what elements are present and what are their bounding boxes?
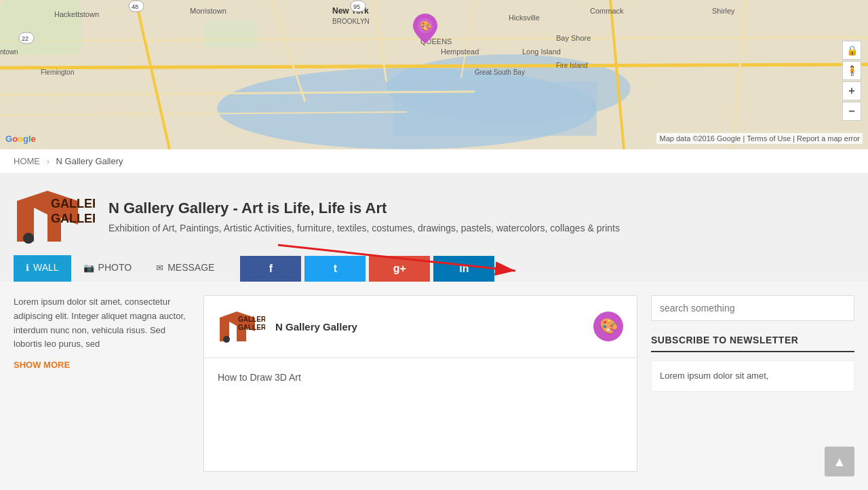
tab-message[interactable]: ✉ MESSAGE bbox=[144, 255, 226, 282]
map-controls: 🔒 🧍 + − bbox=[842, 41, 861, 121]
center-card-header: GALLERY GALLERY N Gallery Gallery 🎨 bbox=[204, 296, 637, 358]
subscribe-title: SUBSCRIBE TO NEWSLETTER bbox=[651, 335, 854, 352]
breadcrumb-current: N Gallery Gallery bbox=[56, 156, 123, 166]
report-link[interactable]: Report a map error bbox=[797, 134, 860, 143]
svg-text:Hempstead: Hempstead bbox=[441, 48, 479, 56]
svg-text:🎨: 🎨 bbox=[420, 20, 432, 32]
svg-text:Morristown: Morristown bbox=[190, 7, 226, 15]
tab-wall-label: WALL bbox=[33, 262, 59, 273]
map-lock-button[interactable]: 🔒 bbox=[842, 41, 861, 60]
breadcrumb-separator: › bbox=[47, 156, 50, 166]
subscribe-text: Lorem ipsum dolor sit amet, bbox=[651, 360, 854, 392]
svg-text:Bay Shore: Bay Shore bbox=[556, 34, 591, 42]
terms-link[interactable]: Terms of Use bbox=[747, 134, 791, 143]
main-content: Lorem ipsum dolor sit amet, consectetur … bbox=[0, 282, 868, 485]
description-text: Lorem ipsum dolor sit amet, consectetur … bbox=[14, 295, 190, 352]
center-post: How to Draw 3D Art bbox=[204, 358, 637, 396]
red-arrow-annotation bbox=[264, 238, 536, 279]
svg-text:GALLERY: GALLERY bbox=[238, 324, 265, 331]
center-card-logo: GALLERY GALLERY bbox=[218, 309, 265, 343]
map-zoom-out-button[interactable]: − bbox=[842, 102, 861, 121]
map-pin: 🎨 bbox=[413, 14, 437, 46]
svg-text:95: 95 bbox=[353, 3, 360, 10]
svg-rect-15 bbox=[203, 20, 258, 48]
breadcrumb-home[interactable]: HOME bbox=[14, 156, 40, 166]
show-more-link[interactable]: SHOW MORE bbox=[14, 360, 70, 370]
map-attribution: Map data ©2016 Google | Terms of Use | R… bbox=[656, 133, 863, 144]
svg-rect-3 bbox=[393, 81, 597, 136]
tabs: ℹ WALL 📷 PHOTO ✉ MESSAGE bbox=[14, 255, 226, 282]
subscribe-section: SUBSCRIBE TO NEWSLETTER Lorem ipsum dolo… bbox=[651, 335, 854, 392]
map-section: Hackettstown Morristown New York BROOKLY… bbox=[0, 0, 868, 149]
svg-text:22: 22 bbox=[22, 35, 28, 42]
svg-point-48 bbox=[223, 336, 230, 343]
back-to-top-button[interactable]: ▲ bbox=[825, 447, 854, 476]
svg-text:Shirley: Shirley bbox=[712, 7, 735, 15]
tab-photo[interactable]: 📷 PHOTO bbox=[71, 255, 144, 282]
post-title: How to Draw 3D Art bbox=[218, 372, 301, 383]
right-column: SUBSCRIBE TO NEWSLETTER Lorem ipsum dolo… bbox=[651, 295, 854, 472]
tab-photo-label: PHOTO bbox=[98, 262, 132, 273]
profile-header: GALLERY GALLERY N Gallery Gallery - Art … bbox=[14, 187, 854, 245]
svg-text:48: 48 bbox=[132, 3, 138, 10]
info-icon: ℹ bbox=[26, 263, 29, 273]
svg-point-41 bbox=[23, 233, 34, 244]
svg-text:Hackettstown: Hackettstown bbox=[54, 10, 99, 18]
palette-button[interactable]: 🎨 bbox=[593, 312, 623, 341]
svg-text:GALLERY: GALLERY bbox=[51, 212, 95, 225]
profile-section: GALLERY GALLERY N Gallery Gallery - Art … bbox=[0, 174, 868, 282]
message-icon: ✉ bbox=[156, 263, 163, 273]
svg-text:GALLERY: GALLERY bbox=[238, 316, 265, 323]
svg-text:Flemington: Flemington bbox=[41, 69, 74, 76]
map-background: Hackettstown Morristown New York BROOKLY… bbox=[0, 0, 868, 149]
svg-text:Hicksville: Hicksville bbox=[509, 14, 540, 22]
svg-text:Fire Island: Fire Island bbox=[556, 62, 588, 69]
svg-text:Commack: Commack bbox=[590, 7, 624, 15]
left-column: Lorem ipsum dolor sit amet, consectetur … bbox=[14, 295, 190, 472]
camera-icon: 📷 bbox=[83, 263, 94, 273]
svg-text:ntown: ntown bbox=[0, 48, 18, 56]
svg-marker-39 bbox=[17, 191, 47, 242]
google-logo: Google bbox=[5, 134, 36, 144]
profile-title: N Gallery Gallery - Art is Life, Life is… bbox=[108, 200, 854, 217]
center-column: GALLERY GALLERY N Gallery Gallery 🎨 How … bbox=[203, 295, 637, 472]
svg-text:Great South Bay: Great South Bay bbox=[475, 69, 525, 76]
svg-line-45 bbox=[278, 245, 515, 271]
profile-subtitle: Exhibition of Art, Paintings, Artistic A… bbox=[108, 223, 854, 233]
search-input[interactable] bbox=[651, 295, 854, 321]
map-person-button[interactable]: 🧍 bbox=[842, 61, 861, 80]
svg-text:GALLERY: GALLERY bbox=[51, 197, 95, 210]
tab-wall[interactable]: ℹ WALL bbox=[14, 255, 71, 282]
breadcrumb: HOME › N Gallery Gallery bbox=[0, 149, 868, 174]
map-zoom-in-button[interactable]: + bbox=[842, 81, 861, 100]
gallery-logo: GALLERY GALLERY bbox=[14, 187, 95, 245]
tab-message-label: MESSAGE bbox=[167, 262, 214, 273]
profile-info: N Gallery Gallery - Art is Life, Life is… bbox=[108, 200, 854, 233]
svg-text:BROOKLYN: BROOKLYN bbox=[332, 18, 370, 25]
svg-text:Long Island: Long Island bbox=[522, 48, 561, 56]
center-card-name: N Gallery Gallery bbox=[275, 321, 583, 333]
svg-rect-14 bbox=[0, 0, 81, 54]
